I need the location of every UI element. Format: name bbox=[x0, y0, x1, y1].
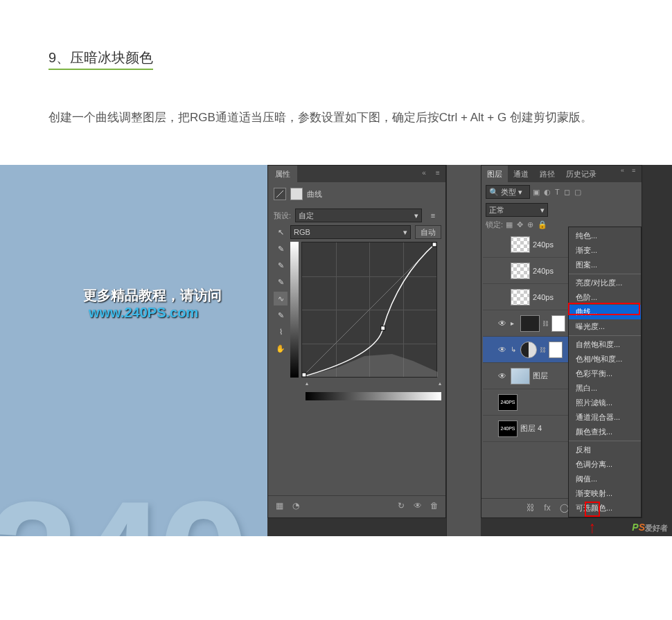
visibility-icon[interactable] bbox=[498, 292, 508, 302]
chevron-down-icon: ▾ bbox=[414, 211, 418, 220]
tab-layers[interactable]: 图层 bbox=[481, 166, 508, 182]
visibility-eye-icon[interactable]: 👁 bbox=[498, 371, 508, 381]
annotation-box-curves bbox=[568, 303, 640, 315]
svg-rect-3 bbox=[381, 326, 385, 330]
link-layers-icon[interactable]: ⛓ bbox=[525, 502, 536, 513]
sampler-tool-icon[interactable]: ↖ bbox=[274, 225, 288, 239]
tab-channels[interactable]: 通道 bbox=[508, 166, 534, 182]
mask-thumb bbox=[549, 342, 563, 358]
adjustment-thumb bbox=[520, 342, 537, 358]
properties-panel: 属性 « ≡ 曲线 预设: 自定▾ ≡ ↖ ✎ bbox=[267, 165, 446, 518]
screenshot-composite: 240 更多精品教程，请访问www.240PS.com 属性 « ≡ 曲线 预设… bbox=[0, 165, 672, 536]
menu-item-selective-color[interactable]: 可选颜色... bbox=[569, 501, 641, 515]
layer-label: 240ps bbox=[533, 293, 554, 301]
visibility-eye-icon[interactable]: 👁 bbox=[498, 319, 508, 328]
reset-icon[interactable]: ↻ bbox=[396, 500, 407, 511]
panel-menu-icon[interactable]: ≡ bbox=[632, 167, 640, 174]
menu-item-threshold[interactable]: 阈值... bbox=[569, 472, 641, 486]
curves-type-icon bbox=[274, 188, 286, 200]
menu-item-gradient[interactable]: 渐变... bbox=[569, 243, 641, 258]
filter-pixel-icon[interactable]: ▣ bbox=[533, 188, 540, 197]
properties-tab[interactable]: 属性 bbox=[268, 166, 297, 182]
tab-paths[interactable]: 路径 bbox=[534, 166, 560, 182]
smooth-tool-icon[interactable]: ⌇ bbox=[274, 325, 288, 339]
channel-select[interactable]: RGB▾ bbox=[290, 225, 411, 239]
filter-adj-icon[interactable]: ◐ bbox=[544, 188, 551, 197]
visibility-icon[interactable]: 👁 bbox=[412, 500, 423, 511]
clip-icon[interactable]: ▦ bbox=[274, 500, 285, 511]
visibility-icon[interactable] bbox=[486, 398, 495, 407]
menu-item-bw[interactable]: 黑白... bbox=[569, 381, 641, 396]
menu-item-solid-color[interactable]: 纯色... bbox=[569, 229, 641, 243]
filter-type-select[interactable]: 🔍 类型▾ bbox=[486, 185, 530, 199]
clip-indicator-icon: ↳ bbox=[511, 346, 518, 353]
adjustment-layer-menu: 纯色... 渐变... 图案... 亮度/对比度... 色阶... 曲线... … bbox=[568, 227, 642, 517]
menu-item-channel-mixer[interactable]: 通道混合器... bbox=[569, 410, 641, 425]
curve-graph[interactable] bbox=[301, 242, 437, 378]
watermark-url: www.240PS.com bbox=[89, 305, 198, 320]
menu-item-color-lookup[interactable]: 颜色查找... bbox=[569, 425, 641, 439]
filter-shape-icon[interactable]: ◻ bbox=[564, 188, 570, 197]
layer-thumb bbox=[511, 236, 530, 253]
tab-history[interactable]: 历史记录 bbox=[560, 166, 602, 182]
menu-item-hue-sat[interactable]: 色相/饱和度... bbox=[569, 352, 641, 366]
menu-item-pattern[interactable]: 图案... bbox=[569, 258, 641, 272]
link-icon: ⛓ bbox=[540, 346, 546, 353]
collapse-icon[interactable]: ▸ bbox=[511, 319, 518, 327]
layer-label: 240ps bbox=[533, 267, 554, 275]
visibility-icon[interactable] bbox=[498, 266, 508, 276]
menu-item-photo-filter[interactable]: 照片滤镜... bbox=[569, 396, 641, 410]
layer-thumb: 240PS bbox=[498, 394, 518, 411]
panel-collapse-icon[interactable]: « bbox=[621, 167, 629, 174]
layer-thumb: 240PS bbox=[498, 420, 518, 437]
curves-title: 曲线 bbox=[307, 189, 322, 200]
curve-point-tool-icon[interactable]: ∿ bbox=[274, 292, 288, 305]
layer-thumb bbox=[511, 289, 530, 305]
auto-button[interactable]: 自动 bbox=[415, 225, 441, 239]
menu-item-gradient-map[interactable]: 渐变映射... bbox=[569, 486, 641, 501]
lock-all-icon[interactable]: 🔒 bbox=[538, 220, 547, 229]
site-logo: PS爱好者 bbox=[632, 522, 668, 533]
lock-pixels-icon[interactable]: ▦ bbox=[506, 220, 513, 229]
eyedropper-black-icon[interactable]: ✎ bbox=[274, 242, 288, 256]
preset-select[interactable]: 自定▾ bbox=[295, 209, 422, 222]
filter-smart-icon[interactable]: ▢ bbox=[574, 188, 581, 197]
visibility-icon[interactable] bbox=[498, 240, 508, 249]
filter-type-icon[interactable]: T bbox=[555, 188, 560, 197]
panel-collapse-icon[interactable]: « bbox=[419, 168, 429, 177]
visibility-icon[interactable] bbox=[486, 424, 495, 434]
lock-artboard-icon[interactable]: ⊕ bbox=[527, 220, 533, 229]
menu-item-invert[interactable]: 反相 bbox=[569, 443, 641, 457]
layer-thumb bbox=[511, 368, 530, 384]
eyedropper-gray-icon[interactable]: ✎ bbox=[274, 258, 288, 272]
layer-label: 图层 4 bbox=[520, 423, 542, 434]
document-canvas[interactable]: 240 更多精品教程，请访问www.240PS.com bbox=[0, 165, 267, 536]
menu-item-brightness[interactable]: 亮度/对比度... bbox=[569, 276, 641, 290]
hand-tool-icon[interactable]: ✋ bbox=[274, 342, 288, 355]
menu-item-vibrance[interactable]: 自然饱和度... bbox=[569, 337, 641, 352]
blend-mode-select[interactable]: 正常▾ bbox=[486, 203, 548, 217]
annotation-arrow-icon: ↑ bbox=[589, 518, 596, 536]
menu-item-color-balance[interactable]: 色彩平衡... bbox=[569, 366, 641, 381]
menu-item-exposure[interactable]: 曝光度... bbox=[569, 319, 641, 334]
pencil-tool-icon[interactable]: ✎ bbox=[274, 308, 288, 322]
dock-gap bbox=[446, 165, 481, 536]
visibility-eye-icon[interactable]: 👁 bbox=[498, 345, 508, 355]
preset-menu-icon[interactable]: ≡ bbox=[426, 209, 440, 222]
lock-position-icon[interactable]: ✥ bbox=[517, 220, 523, 229]
input-gradient bbox=[306, 392, 441, 400]
annotation-box-adjustment-button bbox=[585, 502, 600, 517]
svg-line-1 bbox=[302, 242, 436, 377]
trash-icon[interactable]: 🗑 bbox=[429, 500, 440, 511]
step-heading: 9、压暗冰块颜色 bbox=[48, 48, 153, 70]
menu-item-posterize[interactable]: 色调分离... bbox=[569, 457, 641, 472]
panel-menu-icon[interactable]: ≡ bbox=[433, 168, 443, 177]
mask-thumb bbox=[551, 315, 565, 332]
fx-icon[interactable]: fx bbox=[542, 502, 553, 513]
watermark-text: 更多精品教程，请访问 bbox=[83, 287, 222, 303]
prev-adj-icon[interactable]: ◔ bbox=[290, 500, 301, 511]
lock-label: 锁定: bbox=[486, 220, 503, 230]
layer-thumb bbox=[511, 263, 530, 279]
eyedropper-white-icon[interactable]: ✎ bbox=[274, 275, 288, 289]
layer-label: 240ps bbox=[533, 240, 554, 249]
